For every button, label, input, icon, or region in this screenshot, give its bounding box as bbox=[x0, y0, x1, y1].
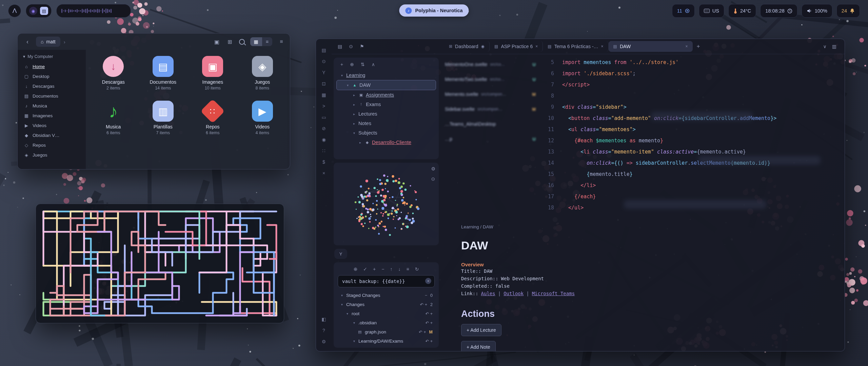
explorer-tool-icon[interactable]: ∧ bbox=[372, 62, 375, 67]
note-link[interactable]: Microsoft Teams bbox=[532, 290, 575, 297]
editor-tab[interactable]: ▤ DAW × bbox=[609, 41, 693, 52]
launcher-button[interactable]: Λ bbox=[8, 4, 21, 17]
folder-item[interactable]: ♪ Musica 6 items bbox=[88, 101, 138, 135]
clear-input-icon[interactable]: × bbox=[425, 278, 431, 284]
folder-item[interactable]: ▥ Plantillas 7 items bbox=[138, 101, 188, 135]
git-change-row[interactable]: ▾ Staged Changes − 0 bbox=[336, 291, 436, 300]
ribbon-icon[interactable]: ◉ bbox=[316, 134, 332, 145]
folder-item[interactable]: ▣ Imagenes 10 items bbox=[188, 56, 238, 90]
graph-pin-icon[interactable]: ⊙ bbox=[431, 176, 435, 182]
folder-item[interactable]: ∷ Repos 6 items bbox=[188, 101, 238, 135]
chevron-right-icon[interactable]: › bbox=[64, 39, 65, 45]
sidebar-place[interactable]: ▶ Videos bbox=[20, 121, 83, 130]
workspace-icon-2[interactable]: ▤ bbox=[40, 7, 48, 15]
ribbon-icon[interactable]: ⊙ bbox=[316, 56, 332, 67]
sidebar-place[interactable]: ▢ Desktop bbox=[20, 72, 83, 81]
git-tool-icon[interactable]: ↓ bbox=[398, 266, 400, 272]
panel-handle[interactable]: Y bbox=[334, 249, 347, 259]
graph-canvas[interactable] bbox=[337, 171, 436, 240]
volume-module[interactable]: 100% bbox=[802, 4, 832, 18]
ribbon-icon[interactable]: ∷ bbox=[316, 145, 332, 156]
git-tool-icon[interactable]: ⊕ bbox=[354, 266, 358, 272]
git-change-row[interactable]: ▤ graph.json ↶ + M bbox=[336, 327, 436, 337]
sidebar-place[interactable]: ↓ Descargas bbox=[20, 81, 83, 91]
close-tab-icon[interactable]: × bbox=[686, 44, 688, 49]
git-row-actions[interactable]: ↶ + 2 bbox=[420, 302, 436, 307]
explorer-tree-item[interactable]: ▾ ▲ DAW bbox=[336, 80, 436, 90]
ribbon-icon[interactable]: × bbox=[316, 167, 332, 179]
git-tool-icon[interactable]: ✓ bbox=[363, 266, 367, 272]
keyboard-layout-module[interactable]: US bbox=[699, 4, 724, 18]
row-action-icons[interactable]: ↶ + bbox=[419, 329, 426, 334]
media-widget[interactable]: ♪ Polyphia - Neurotica bbox=[399, 4, 469, 17]
weather-module[interactable]: 24°C bbox=[728, 4, 756, 18]
git-tool-icon[interactable]: ↻ bbox=[415, 266, 419, 272]
sidebar-place[interactable]: ⌂ Home bbox=[20, 62, 83, 72]
git-row-actions[interactable]: ↶ + M bbox=[419, 329, 436, 334]
explorer-tree-item[interactable]: ▸ Lectures bbox=[336, 109, 436, 119]
editor-tab[interactable]: ▤ Tema 6 Prácticas -… × bbox=[543, 41, 608, 52]
new-folder-icon[interactable]: ⊞ bbox=[226, 39, 234, 45]
pin-icon[interactable]: ◉ bbox=[481, 44, 485, 49]
row-action-icons[interactable]: ↶ + bbox=[426, 311, 433, 316]
sidebar-place[interactable]: ▤ Documentos bbox=[20, 91, 83, 101]
ribbon-icon[interactable]: Y bbox=[316, 67, 332, 78]
row-action-icons[interactable]: − bbox=[425, 293, 427, 298]
explorer-tool-icon[interactable]: ⇅ bbox=[361, 62, 365, 67]
sidebar-place[interactable]: ◈ Juegos bbox=[20, 150, 83, 160]
close-tab-icon[interactable]: × bbox=[535, 44, 538, 49]
ribbon-icon[interactable]: ⊡ bbox=[316, 78, 332, 89]
git-tool-icon[interactable]: + bbox=[373, 266, 376, 272]
panel-tab-icon[interactable]: ⚑ bbox=[360, 44, 364, 49]
media-view-icon[interactable]: ▣ bbox=[213, 39, 221, 45]
sidebar-place[interactable]: ◆ Obsidian V… bbox=[20, 130, 83, 140]
git-row-actions[interactable]: ↶ + bbox=[426, 339, 436, 344]
explorer-tree-item[interactable]: ▾ Learning bbox=[336, 70, 436, 80]
folder-item[interactable]: ▤ Documentos 14 items bbox=[138, 56, 188, 90]
git-row-actions[interactable]: ↶ + bbox=[426, 320, 436, 325]
ribbon-icon[interactable]: $ bbox=[316, 156, 332, 167]
editor-tab[interactable]: ▤ ASP Practice 6 × bbox=[490, 41, 543, 52]
git-row-actions[interactable]: − 0 bbox=[425, 293, 436, 298]
search-icon[interactable] bbox=[239, 39, 245, 45]
ribbon-icon[interactable]: ▭ bbox=[316, 111, 332, 123]
explorer-tree-item[interactable]: ▸ Notes bbox=[336, 119, 436, 128]
folder-item[interactable]: ◈ Juegos 8 items bbox=[238, 56, 288, 90]
commit-message-input[interactable] bbox=[338, 275, 435, 287]
panel-tab-icon[interactable]: ⊙ bbox=[349, 44, 353, 49]
ribbon-bottom-icon[interactable]: ? bbox=[316, 325, 332, 336]
action-button[interactable]: + Add Note bbox=[461, 341, 496, 351]
row-action-icons[interactable]: ↶ + bbox=[426, 339, 433, 344]
split-pane-icon[interactable]: ▥ bbox=[832, 44, 836, 49]
git-change-row[interactable]: ▾ .obsidian ↶ + bbox=[336, 318, 436, 327]
ribbon-bottom-icon[interactable]: ⚙ bbox=[316, 336, 332, 347]
sidebar-place[interactable]: ▦ Imagenes bbox=[20, 111, 83, 121]
notifications-module[interactable]: 24 bbox=[836, 4, 860, 18]
editor-tab[interactable]: ⊞ Dashboard ◉ bbox=[444, 41, 490, 52]
action-button[interactable]: + Add Lecture bbox=[461, 324, 501, 336]
note-link[interactable]: Aules bbox=[481, 290, 495, 297]
grid-view-icon[interactable]: ▦ bbox=[250, 37, 262, 46]
ribbon-icon[interactable]: ⊘ bbox=[316, 123, 332, 134]
git-row-actions[interactable]: ↶ + bbox=[426, 311, 436, 316]
git-change-row[interactable]: ▾ root ↶ + bbox=[336, 309, 436, 318]
panel-tab-icon[interactable]: ▤ bbox=[338, 44, 342, 49]
new-tab-button[interactable]: + bbox=[693, 43, 704, 50]
menu-icon[interactable]: ≡ bbox=[278, 39, 285, 45]
gear-icon[interactable]: ⚙ bbox=[431, 166, 435, 171]
ribbon-bottom-icon[interactable]: ◧ bbox=[316, 313, 332, 325]
close-tab-icon[interactable]: × bbox=[601, 44, 604, 49]
git-change-row[interactable]: ▾ Changes ↶ + 2 bbox=[336, 300, 436, 309]
row-action-icons[interactable]: ↶ + bbox=[420, 302, 427, 307]
git-tool-icon[interactable]: ↑ bbox=[390, 266, 392, 272]
explorer-tree-item[interactable]: ▸ ◆ Desarrollo-Cliente bbox=[336, 138, 436, 147]
workspace-switcher[interactable]: ◉ ▤ bbox=[26, 4, 52, 18]
folder-item[interactable]: ↓ Descargas 2 items bbox=[88, 56, 138, 90]
sidebar-place[interactable]: ◇ Repos bbox=[20, 140, 83, 150]
note-link[interactable]: Outlook bbox=[504, 290, 524, 297]
explorer-tree-item[interactable]: ▸ ▣ Assignments bbox=[336, 90, 436, 100]
clock-module[interactable]: 18:08:28 bbox=[760, 4, 797, 18]
workspace-icon-1[interactable]: ◉ bbox=[29, 7, 37, 15]
explorer-tool-icon[interactable]: + bbox=[340, 62, 343, 67]
sidebar-header[interactable]: ▾ My Computer bbox=[20, 53, 83, 62]
